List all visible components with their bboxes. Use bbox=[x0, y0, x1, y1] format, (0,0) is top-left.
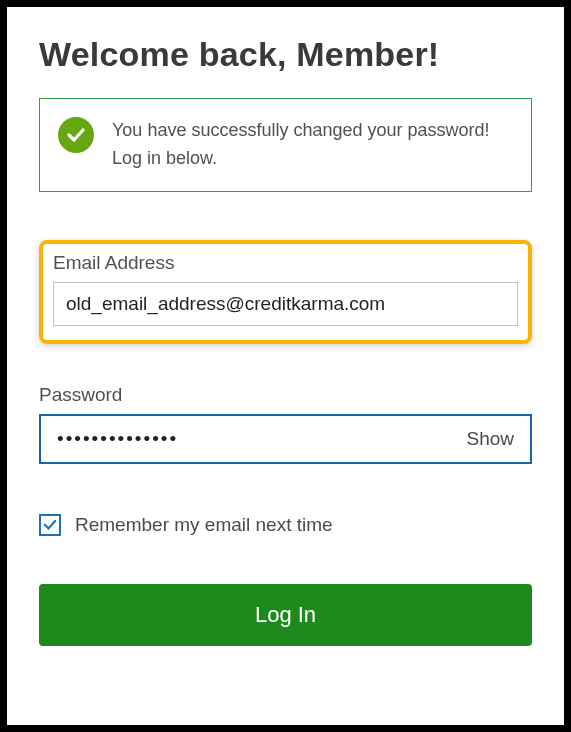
remember-label: Remember my email next time bbox=[75, 514, 333, 536]
show-password-button[interactable]: Show bbox=[466, 428, 514, 450]
success-alert: You have successfully changed your passw… bbox=[39, 98, 532, 192]
remember-checkbox[interactable] bbox=[39, 514, 61, 536]
remember-row: Remember my email next time bbox=[39, 514, 532, 536]
success-message: You have successfully changed your passw… bbox=[112, 117, 511, 173]
check-circle-icon bbox=[58, 117, 94, 153]
page-title: Welcome back, Member! bbox=[39, 35, 532, 74]
password-label: Password bbox=[39, 384, 532, 406]
password-input[interactable] bbox=[57, 428, 466, 450]
password-wrapper: Show bbox=[39, 414, 532, 464]
login-window: Welcome back, Member! You have successfu… bbox=[7, 7, 564, 725]
login-button[interactable]: Log In bbox=[39, 584, 532, 646]
email-label: Email Address bbox=[53, 252, 518, 274]
password-group: Password Show bbox=[39, 384, 532, 464]
email-input[interactable] bbox=[53, 282, 518, 326]
email-highlight: Email Address bbox=[39, 240, 532, 344]
